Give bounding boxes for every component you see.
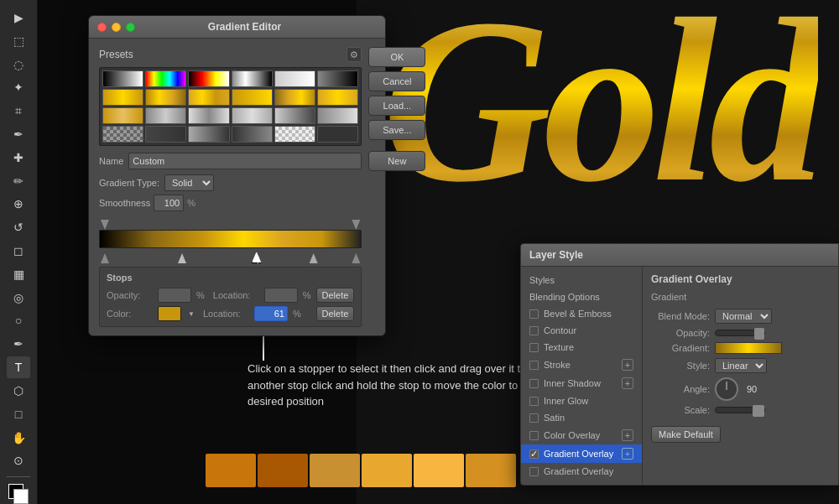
move-tool[interactable]: ▶: [7, 7, 30, 29]
preset-8[interactable]: [145, 89, 186, 106]
close-button[interactable]: [97, 23, 107, 32]
color-stop-right[interactable]: [352, 253, 360, 263]
ok-button[interactable]: OK: [368, 47, 425, 67]
zoom-tool[interactable]: ⊙: [7, 449, 30, 471]
delete-button-2[interactable]: Delete: [316, 306, 355, 321]
name-input[interactable]: [128, 153, 362, 169]
ls-item-bevel[interactable]: Bevel & Emboss: [521, 305, 642, 322]
bevel-checkbox[interactable]: [529, 309, 539, 319]
ls-scale-thumb[interactable]: [753, 405, 764, 417]
ls-item-satin[interactable]: Satin: [521, 409, 642, 426]
gradient-tool[interactable]: ▦: [7, 263, 30, 285]
preset-16[interactable]: [232, 107, 273, 124]
preset-22[interactable]: [232, 126, 273, 143]
preset-7[interactable]: [102, 89, 143, 106]
hand-tool[interactable]: ✋: [7, 427, 30, 449]
swatch-6[interactable]: [466, 454, 516, 487]
gradient-overlay-plus-button[interactable]: +: [622, 448, 633, 460]
inner-shadow-checkbox[interactable]: [529, 379, 539, 388]
preset-4[interactable]: [232, 70, 273, 87]
shape-tool[interactable]: □: [7, 403, 30, 425]
color-overlay-plus-button[interactable]: +: [622, 429, 633, 441]
preset-10[interactable]: [232, 89, 273, 106]
stroke-checkbox[interactable]: [529, 361, 539, 370]
foreground-background-colors[interactable]: [7, 482, 30, 504]
color-stop-mid1[interactable]: [178, 253, 186, 263]
ls-opacity-slider[interactable]: [715, 330, 765, 336]
ls-item-texture[interactable]: Texture: [521, 339, 642, 356]
crop-tool[interactable]: ⌗: [7, 100, 30, 122]
inner-glow-checkbox[interactable]: [529, 397, 539, 406]
smoothness-input[interactable]: [154, 195, 184, 211]
gradient-overlay-2-checkbox[interactable]: [529, 467, 539, 476]
path-tool[interactable]: ⬡: [7, 380, 30, 402]
presets-gear-button[interactable]: ⚙: [347, 47, 362, 62]
preset-17[interactable]: [274, 107, 315, 124]
swatch-4[interactable]: [362, 454, 412, 487]
new-button[interactable]: New: [368, 151, 425, 171]
preset-2[interactable]: [145, 70, 186, 87]
eraser-tool[interactable]: ◻: [7, 240, 30, 262]
preset-1[interactable]: [102, 70, 143, 87]
lasso-tool[interactable]: ◌: [7, 54, 30, 75]
location-input-1[interactable]: [264, 288, 298, 303]
preset-15[interactable]: [188, 107, 229, 124]
ls-item-gradient-overlay[interactable]: ✓ Gradient Overlay +: [521, 444, 642, 463]
opacity-stop-left[interactable]: [101, 220, 109, 230]
ls-style-select[interactable]: Linear Radial Angle: [715, 358, 767, 373]
preset-5[interactable]: [274, 70, 315, 87]
preset-6[interactable]: [317, 70, 358, 87]
ls-item-color-overlay[interactable]: Color Overlay +: [521, 426, 642, 444]
preset-13[interactable]: [102, 107, 143, 124]
color-stop-left[interactable]: [101, 253, 109, 263]
dodge-tool[interactable]: ○: [7, 310, 30, 332]
preset-20[interactable]: [145, 126, 186, 143]
ls-scale-slider[interactable]: [715, 407, 765, 413]
ls-item-contour[interactable]: Contour: [521, 322, 642, 339]
swatch-3[interactable]: [310, 454, 360, 487]
preset-11[interactable]: [274, 89, 315, 106]
swatch-1[interactable]: [206, 454, 256, 487]
swatch-2[interactable]: [258, 454, 308, 487]
preset-18[interactable]: [317, 107, 358, 124]
gradient-preview-bar[interactable]: [99, 230, 362, 248]
brush-tool[interactable]: ✏: [7, 170, 30, 192]
inner-shadow-plus-button[interactable]: +: [622, 377, 633, 389]
magic-wand-tool[interactable]: ✦: [7, 76, 30, 98]
swatch-5[interactable]: [414, 454, 464, 487]
satin-checkbox[interactable]: [529, 413, 539, 423]
ls-item-blending[interactable]: Blending Options: [521, 288, 642, 305]
eyedropper-tool[interactable]: ✒: [7, 123, 30, 145]
opacity-stop-right[interactable]: [352, 220, 360, 230]
make-default-button[interactable]: Make Default: [651, 426, 721, 443]
ls-item-inner-shadow[interactable]: Inner Shadow +: [521, 374, 642, 392]
gradient-overlay-checkbox[interactable]: ✓: [529, 449, 539, 459]
ls-item-stroke[interactable]: Stroke +: [521, 356, 642, 374]
healing-tool[interactable]: ✚: [7, 147, 30, 169]
delete-button-1[interactable]: Delete: [316, 288, 355, 303]
opacity-value-input[interactable]: [158, 288, 191, 303]
ls-gradient-preview[interactable]: [715, 342, 782, 354]
history-brush[interactable]: ↺: [7, 216, 30, 238]
type-tool[interactable]: T: [7, 356, 30, 378]
color-stop-selected[interactable]: [252, 252, 262, 263]
preset-19[interactable]: [102, 126, 143, 143]
stroke-plus-button[interactable]: +: [622, 359, 633, 371]
texture-checkbox[interactable]: [529, 343, 539, 352]
preset-14[interactable]: [145, 107, 186, 124]
ls-item-inner-glow[interactable]: Inner Glow: [521, 392, 642, 409]
clone-tool[interactable]: ⊕: [7, 194, 30, 216]
color-overlay-checkbox[interactable]: [529, 431, 539, 440]
preset-21[interactable]: [188, 126, 229, 143]
blend-mode-select[interactable]: Normal Multiply Screen: [715, 309, 772, 324]
ls-item-gradient-overlay-2[interactable]: Gradient Overlay: [521, 463, 642, 480]
color-swatch-picker[interactable]: [158, 306, 181, 321]
preset-12[interactable]: [317, 89, 358, 106]
ls-angle-knob[interactable]: [715, 377, 738, 401]
location-input-2[interactable]: [254, 306, 288, 321]
cancel-button[interactable]: Cancel: [368, 71, 425, 91]
color-dropdown-arrow[interactable]: ▼: [188, 310, 195, 318]
gradient-type-select[interactable]: Solid Noise: [164, 174, 214, 191]
marquee-tool[interactable]: ⬚: [7, 30, 30, 52]
ls-opacity-thumb[interactable]: [754, 328, 764, 340]
